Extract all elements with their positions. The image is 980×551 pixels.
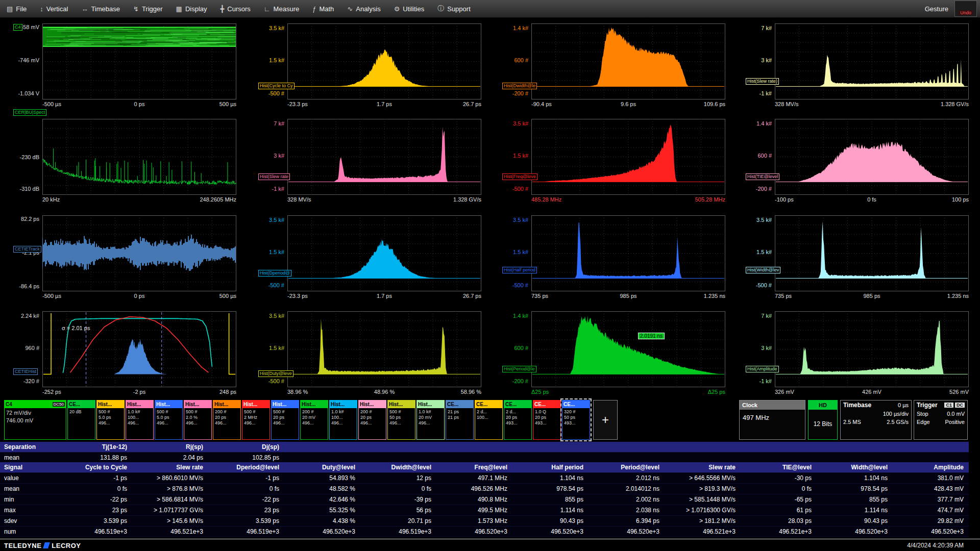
descriptor-line: 496...	[360, 420, 384, 426]
descriptor-line: 2 d...	[506, 409, 530, 415]
menu-measure[interactable]: ∟Measure	[257, 0, 306, 17]
descriptor-16-ce[interactable]: CE...2 d...20 ps493...	[504, 400, 532, 440]
trace-label-hist-width[interactable]: Hist(Width@lev	[746, 267, 780, 273]
descriptor-18-ce[interactable]: CE...320 #50 ps493...	[562, 400, 590, 440]
descriptor-14-ce[interactable]: CE...21 ps21 ps	[446, 400, 474, 440]
trace-label-hist-slew-rate-a[interactable]: Hist(Slew rate)	[746, 78, 779, 85]
descriptor-12-hist[interactable]: Hist...500 #50 ps496...	[387, 400, 415, 440]
menu-support[interactable]: ⓘSupport	[431, 0, 477, 17]
descriptor-line: 320 #	[564, 409, 588, 415]
trace-label-hist-slew-rate-b[interactable]: Hist(Slew rate	[258, 173, 290, 180]
plot-hist-dperiod[interactable]: Hist(Dperiod@	[287, 215, 481, 291]
trace-label-hist-freq[interactable]: Hist(Freq@leve	[502, 173, 537, 180]
clock-box[interactable]: Clock 497 MHz	[739, 400, 805, 440]
add-trace-button[interactable]: +	[593, 400, 618, 440]
plot-cer-spectrum[interactable]: CER|BU|Spect	[42, 119, 236, 195]
descriptor-15-ce[interactable]: CE...2 d...100...	[475, 400, 503, 440]
table-cell: > 876.8 MV/s	[132, 485, 208, 492]
menu-items: ▤File↕Vertical↔Timebase↯Trigger▦Display╋…	[0, 0, 477, 17]
trace-label-cer-spectrum[interactable]: CER|BU|Spect	[13, 109, 46, 116]
trace-label-hist-half-period[interactable]: Hist(Half period	[502, 267, 537, 273]
plot-hist-half-period[interactable]: Hist(Half period	[531, 215, 725, 291]
descriptor-7-hist[interactable]: Hist...500 #2 MHz496...	[242, 400, 270, 440]
descriptor-line: 20 ps	[506, 415, 530, 420]
x-axis: -23.3 ps1.7 ps26.7 ps	[287, 101, 481, 109]
plot-hist-dwidth[interactable]: Hist(Dwidth@le	[531, 23, 725, 99]
trace-label-hist-cycle-to-cycle[interactable]: Hist(Cycle to Cy	[258, 83, 295, 89]
menu-label: Analysis	[356, 5, 380, 13]
descriptor-line: 2.0 %	[186, 415, 210, 420]
plot-hist-period[interactable]: Hist(Period@le2.0191 ns	[531, 311, 725, 387]
trace-label-hist-period[interactable]: Hist(Period@le	[502, 366, 536, 372]
hd-mode-box[interactable]: HD 12 Bits	[808, 400, 838, 440]
descriptor-line: 496...	[244, 420, 268, 426]
plot-hist-amplitude[interactable]: Hist(Amplitude	[775, 311, 969, 387]
menu-trigger[interactable]: ↯Trigger	[127, 0, 169, 17]
x-axis: -500 µs0 ps500 µs	[42, 101, 236, 109]
trace-label-hist-dperiod[interactable]: Hist(Dperiod@	[258, 270, 291, 277]
row-label: min	[0, 496, 56, 503]
table-cell: -30 ps	[741, 474, 817, 482]
table-cell: 4.438 %	[284, 517, 360, 524]
table-cell: 496.521e+3	[741, 528, 817, 535]
menu-display[interactable]: ▦Display	[169, 0, 214, 17]
x-tick: 9.6 ps	[621, 101, 636, 107]
menu-file[interactable]: ▤File	[0, 0, 33, 17]
chart-hist-slew-rate-b: 7 k#3 k#-1 k#Hist(Slew rate328 MV/s1.328…	[258, 119, 481, 206]
descriptor-label: CE...	[447, 402, 458, 407]
plot-hist-tie[interactable]: Hist(TIE@level	[775, 119, 969, 195]
plot-hist-slew-rate-a[interactable]: Hist(Slew rate)	[775, 23, 969, 99]
undo-button[interactable]: Undo	[954, 1, 977, 17]
menu-analysis[interactable]: ∿Analysis	[340, 0, 387, 17]
plot-hist-freq[interactable]: Hist(Freq@leve	[531, 119, 725, 195]
trace-label-hist-tie[interactable]: Hist(TIE@level	[746, 173, 779, 180]
plot-hist-cycle-to-cycle[interactable]: Hist(Cycle to Cy	[287, 23, 481, 99]
descriptor-6-hist[interactable]: Hist...200 #20 ps496...	[213, 400, 241, 440]
descriptor-4-hist[interactable]: Hist...500 #5.0 ps496...	[155, 400, 183, 440]
descriptor-3-hist[interactable]: Hist...1.0 k#100...496...	[126, 400, 154, 440]
trace-label-hist-dwidth[interactable]: Hist(Dwidth@le	[502, 83, 537, 89]
timebase-box[interactable]: Timebase 0 µs 100 µs/div 2.5 MS 2.5 GS/s	[840, 400, 912, 440]
descriptor-13-hist[interactable]: Hist...1.0 k#20 mV496...	[416, 400, 445, 440]
plot-ce-tie-hist[interactable]: CETIEHistσ = 2.01 ps	[42, 311, 236, 387]
gesture-label[interactable]: Gesture	[925, 5, 948, 13]
trace-label-ce-tie-track[interactable]: CETIETrack	[13, 246, 41, 253]
descriptor-10-hist[interactable]: Hist...1.0 k#100...496...	[329, 400, 357, 440]
descriptor-17-ce[interactable]: CE...1.0 Q20 ps493...	[533, 400, 561, 440]
descriptor-line: 496...	[186, 420, 210, 426]
hd-title: HD	[819, 402, 827, 408]
trace-label-hist-amplitude[interactable]: Hist(Amplitude	[746, 366, 779, 372]
table-cell: > 646.5566 MV/s	[665, 474, 741, 482]
trace-label-hist-duty[interactable]: Hist(Duty@leve	[258, 370, 293, 377]
descriptor-line: 20 ps	[535, 415, 559, 420]
descriptor-label: CE...	[69, 402, 80, 407]
plot-hist-width[interactable]: Hist(Width@lev	[775, 215, 969, 291]
descriptor-line: 20 mV	[419, 415, 443, 420]
menu-timebase[interactable]: ↔Timebase	[75, 0, 127, 17]
menu-math[interactable]: ƒMath	[306, 0, 340, 17]
descriptor-2-hist[interactable]: Hist...500 #5.0 ps496...	[96, 400, 125, 440]
y-tick: -200 #	[502, 90, 528, 96]
table-cell: Tj(1e-12)	[56, 443, 132, 450]
menu-label: Measure	[274, 5, 300, 13]
plot-ce-tie-track[interactable]: CETIETrack	[42, 215, 236, 291]
descriptor-9-hist[interactable]: Hist...200 #20 mV496...	[300, 400, 328, 440]
trace-label-c4-waveform[interactable]: C4	[13, 24, 22, 31]
descriptor-11-hist[interactable]: Hist...200 #20 ps496...	[358, 400, 386, 440]
descriptor-1-ce[interactable]: CE...20 dB	[67, 400, 95, 440]
menu-vertical[interactable]: ↕Vertical	[33, 0, 75, 17]
y-tick: 7 k#	[745, 313, 772, 319]
y-tick: -500 #	[258, 378, 284, 384]
descriptor-5-hist[interactable]: Hist...500 #2.0 %496...	[184, 400, 212, 440]
menu-utilities[interactable]: ⚙Utilities	[387, 0, 431, 17]
descriptor-0-c4[interactable]: C4DC5072 mV/div746.00 mV	[4, 400, 66, 440]
plot-c4-waveform[interactable]: C4	[42, 23, 236, 99]
plot-hist-duty[interactable]: Hist(Duty@leve	[287, 311, 481, 387]
menu-cursors[interactable]: ╋Cursors	[214, 0, 257, 17]
plot-hist-slew-rate-b[interactable]: Hist(Slew rate	[287, 119, 481, 195]
y-tick: 1.5 k#	[502, 249, 528, 255]
descriptor-8-hist[interactable]: Hist...500 #20 ps496...	[271, 400, 299, 440]
trace-label-ce-tie-hist[interactable]: CETIEHist	[13, 368, 38, 375]
trigger-box[interactable]: Trigger C1 DC Stop 0.0 mV Edge Positive	[914, 400, 968, 440]
row-label: Separation	[0, 443, 56, 450]
